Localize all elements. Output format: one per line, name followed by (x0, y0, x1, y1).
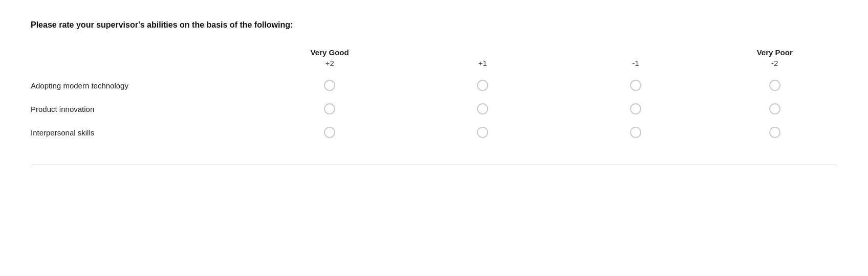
section-divider (31, 165, 837, 165)
radio-cell-1-1 (253, 74, 406, 97)
score-minus1: -1 (559, 59, 712, 74)
question-title: Please rate your supervisor's abilities … (31, 20, 837, 30)
empty-header-3 (559, 48, 712, 59)
radio-cell-2-2 (406, 97, 559, 121)
radio-cell-2-3 (559, 97, 712, 121)
radio-1-minus1[interactable] (630, 80, 641, 91)
radio-2-plus1[interactable] (477, 103, 488, 114)
score-minus2: -2 (712, 59, 837, 74)
radio-1-plus2[interactable] (324, 80, 335, 91)
radio-1-minus2[interactable] (769, 80, 780, 91)
very-poor-label: Very Poor (712, 48, 837, 59)
table-row: Interpersonal skills (31, 121, 837, 144)
radio-cell-3-4 (712, 121, 837, 144)
radio-cell-1-3 (559, 74, 712, 97)
page-container: Please rate your supervisor's abilities … (0, 0, 868, 165)
very-good-label: Very Good (253, 48, 406, 59)
radio-3-minus2[interactable] (769, 127, 780, 138)
row-label-3: Interpersonal skills (31, 121, 253, 144)
radio-2-plus2[interactable] (324, 103, 335, 114)
empty-header (31, 48, 253, 59)
empty-header-2 (406, 48, 559, 59)
radio-2-minus2[interactable] (769, 103, 780, 114)
empty-score-header (31, 59, 253, 74)
radio-cell-2-1 (253, 97, 406, 121)
radio-3-plus1[interactable] (477, 127, 488, 138)
score-plus1: +1 (406, 59, 559, 74)
row-label-1: Adopting modern technology (31, 74, 253, 97)
radio-1-plus1[interactable] (477, 80, 488, 91)
radio-cell-3-3 (559, 121, 712, 144)
radio-3-minus1[interactable] (630, 127, 641, 138)
radio-cell-1-4 (712, 74, 837, 97)
score-plus2: +2 (253, 59, 406, 74)
table-row: Adopting modern technology (31, 74, 837, 97)
table-row: Product innovation (31, 97, 837, 121)
radio-cell-2-4 (712, 97, 837, 121)
radio-3-plus2[interactable] (324, 127, 335, 138)
rating-table: Very Good Very Poor +2 +1 -1 -2 Adopting… (31, 48, 837, 144)
radio-cell-3-2 (406, 121, 559, 144)
row-label-2: Product innovation (31, 97, 253, 121)
radio-cell-1-2 (406, 74, 559, 97)
radio-2-minus1[interactable] (630, 103, 641, 114)
radio-cell-3-1 (253, 121, 406, 144)
